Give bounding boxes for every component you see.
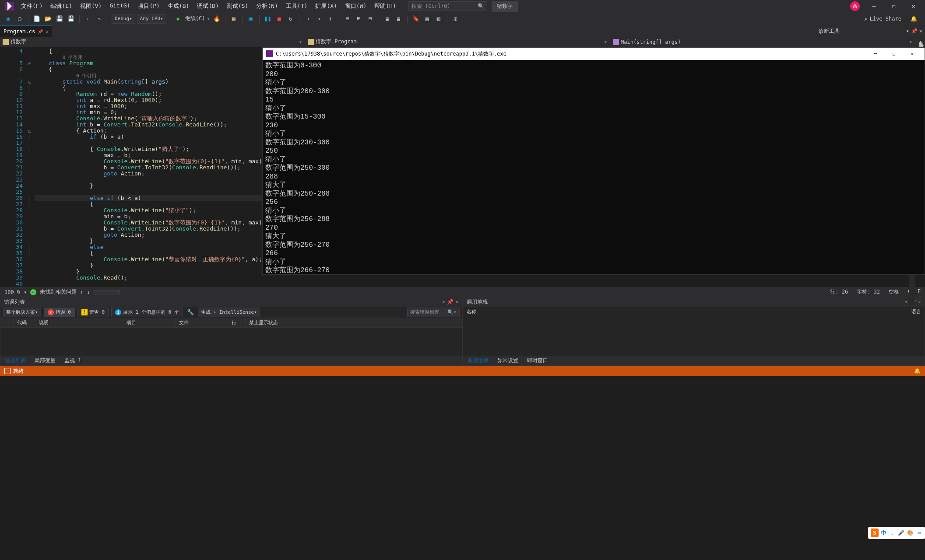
menu-view[interactable]: 视图(V) bbox=[77, 0, 105, 12]
tab-locals[interactable]: 局部变量 bbox=[30, 356, 60, 366]
menu-git[interactable]: Git(G) bbox=[106, 0, 134, 12]
col-suppress[interactable]: 禁止显示状态 bbox=[246, 318, 462, 327]
col-name[interactable]: 名称 bbox=[467, 307, 895, 316]
nav-back-icon[interactable]: ◉ bbox=[4, 14, 13, 24]
nav-method-combo[interactable]: Main(string[] args) ▾ bbox=[610, 37, 915, 47]
issue-scrollbar[interactable] bbox=[94, 290, 120, 294]
menu-help[interactable]: 帮助(H) bbox=[371, 0, 399, 12]
error-search-input[interactable]: 搜索错误列表🔍▾ bbox=[407, 308, 460, 317]
error-source-dropdown[interactable]: 生成 + IntelliSense ▾ bbox=[198, 308, 260, 317]
tool-icon-8[interactable]: ▥ bbox=[434, 14, 443, 24]
platform-dropdown[interactable]: Any CPU ▾ bbox=[137, 14, 166, 24]
menu-edit[interactable]: 编辑(E) bbox=[47, 0, 75, 12]
col-desc[interactable]: 说明 bbox=[35, 318, 123, 327]
panel-pin-icon[interactable]: 📌 bbox=[911, 28, 918, 34]
next-issue-icon[interactable]: ↓ bbox=[87, 289, 90, 295]
ime-skin-icon[interactable]: 🎨 bbox=[907, 529, 914, 536]
maximize-button[interactable]: ☐ bbox=[884, 0, 904, 12]
tool-icon-1[interactable]: ≡ bbox=[343, 14, 352, 24]
ime-lang-label[interactable]: 中 bbox=[881, 529, 886, 537]
tab-exceptions[interactable]: 异常设置 bbox=[493, 356, 523, 366]
panel-close-icon[interactable]: ✕ bbox=[918, 299, 921, 305]
prev-issue-icon[interactable]: ↑ bbox=[80, 289, 83, 295]
panel-close-icon[interactable]: ✕ bbox=[919, 28, 922, 34]
tab-watch[interactable]: 监视 1 bbox=[60, 356, 85, 366]
col-line[interactable]: 行 bbox=[228, 318, 246, 327]
col-code[interactable]: 代码 bbox=[14, 318, 35, 327]
tab-close-icon[interactable]: ✕ bbox=[46, 29, 49, 35]
indent-mode[interactable]: 空格 bbox=[889, 288, 899, 296]
menu-project[interactable]: 项目(P) bbox=[134, 0, 163, 12]
save-icon[interactable]: 💾 bbox=[55, 14, 64, 24]
menu-build[interactable]: 生成(B) bbox=[164, 0, 193, 12]
console-minimize-button[interactable]: ─ bbox=[867, 48, 884, 60]
nav-fwd-icon[interactable]: ◯ bbox=[15, 14, 25, 24]
hot-reload-icon[interactable]: 🔥 bbox=[212, 14, 222, 24]
notifications-icon[interactable]: 🔔 bbox=[914, 368, 921, 374]
panel-dropdown-icon[interactable]: ▾ bbox=[906, 28, 909, 34]
callstack-header[interactable]: 调用堆栈 ▾📌✕ bbox=[463, 297, 925, 307]
tool-icon-3[interactable]: ⊟ bbox=[366, 14, 375, 24]
tab-error-list[interactable]: 错误列表 bbox=[0, 356, 30, 366]
quick-search-input[interactable]: 搜索 (Ctrl+Q) 🔍 bbox=[408, 1, 487, 11]
zoom-level[interactable]: 100 % bbox=[4, 289, 20, 295]
ime-voice-icon[interactable]: 🎤 bbox=[898, 529, 904, 536]
menu-window[interactable]: 窗口(W) bbox=[341, 0, 370, 12]
menu-debug[interactable]: 调试(D) bbox=[193, 0, 222, 12]
redo-icon[interactable]: ↷ bbox=[95, 14, 104, 24]
fold-column[interactable]: ⊟⊟│⊟││││││ bbox=[26, 47, 33, 287]
tab-callstack[interactable]: 调用堆栈 bbox=[463, 356, 493, 366]
tool-icon-2[interactable]: ⊞ bbox=[354, 14, 364, 24]
console-output[interactable]: 数字范围为0-300 200 猜小了 数字范围为200-300 15 猜小了 数… bbox=[263, 60, 925, 274]
warnings-filter[interactable]: !警告 0 bbox=[77, 308, 109, 317]
step-out-icon[interactable]: ↑ bbox=[326, 14, 335, 24]
nav-class-combo[interactable]: 猜数字.Program ▾ bbox=[305, 37, 610, 47]
stop-icon[interactable]: ■ bbox=[274, 14, 284, 24]
undo-icon[interactable]: ↶ bbox=[83, 14, 93, 24]
minimize-button[interactable]: ─ bbox=[864, 0, 884, 12]
filter-icon[interactable]: 🔧 bbox=[186, 308, 195, 317]
nav-project-combo[interactable]: 猜数字 ▾ bbox=[0, 37, 305, 47]
continue-label[interactable]: 继续(C) bbox=[185, 15, 205, 22]
panel-pin-icon[interactable]: 📌 bbox=[447, 299, 454, 305]
pause-icon[interactable]: ❚❚ bbox=[263, 14, 273, 24]
console-maximize-button[interactable]: ☐ bbox=[885, 48, 903, 60]
menu-test[interactable]: 测试(S) bbox=[223, 0, 252, 12]
ime-punct-icon[interactable]: ， bbox=[889, 529, 895, 536]
step-over-icon[interactable]: ↷ bbox=[314, 14, 324, 24]
tool-icon-9[interactable]: ◫ bbox=[451, 14, 461, 24]
new-project-icon[interactable]: 📄 bbox=[32, 14, 42, 24]
doc-tab-program[interactable]: Program.cs 📌 ✕ bbox=[0, 25, 52, 37]
diagnostics-panel-header[interactable]: 诊断工具 ▾ 📌 ✕ bbox=[816, 26, 925, 36]
continue-button[interactable]: ▶ bbox=[174, 14, 183, 24]
col-lang[interactable]: 语言 bbox=[895, 307, 921, 316]
save-all-icon[interactable]: 💾 bbox=[66, 14, 76, 24]
menu-extensions[interactable]: 扩展(X) bbox=[312, 0, 340, 12]
no-issues-label[interactable]: 未找到相关问题 bbox=[40, 288, 77, 296]
feedback-icon[interactable]: 🔔 bbox=[911, 16, 917, 22]
pin-icon[interactable]: 📌 bbox=[38, 29, 43, 34]
col-icon[interactable] bbox=[0, 318, 14, 327]
col-file[interactable]: 文件 bbox=[176, 318, 228, 327]
config-dropdown[interactable]: Debug ▾ bbox=[112, 14, 135, 24]
menu-file[interactable]: 文件(F) bbox=[18, 0, 46, 12]
close-button[interactable]: ✕ bbox=[904, 0, 923, 12]
error-list-header[interactable]: 错误列表 ▾📌✕ bbox=[0, 297, 462, 307]
console-close-button[interactable]: ✕ bbox=[904, 48, 921, 60]
snapshot-icon[interactable]: ▣ bbox=[246, 14, 256, 24]
ime-keyboard-icon[interactable]: ⌨ bbox=[916, 529, 922, 536]
live-share-button[interactable]: ↗ Live Share 🔔 bbox=[860, 15, 921, 23]
tool-icon-4[interactable]: ≣ bbox=[383, 14, 392, 24]
errors-filter[interactable]: ✕错误 0 bbox=[44, 308, 75, 317]
tab-immediate[interactable]: 即时窗口 bbox=[523, 356, 552, 366]
panel-close-icon[interactable]: ✕ bbox=[455, 299, 458, 305]
tool-icon-5[interactable]: ≣ bbox=[394, 14, 404, 24]
restart-icon[interactable]: ↻ bbox=[286, 14, 295, 24]
user-avatar[interactable]: 高 bbox=[850, 1, 860, 11]
panel-drop-icon[interactable]: ▾ bbox=[442, 299, 445, 305]
panel-drop-icon[interactable]: ▾ bbox=[905, 299, 908, 305]
step-into-icon[interactable]: → bbox=[303, 14, 313, 24]
browser-icon[interactable]: ▦ bbox=[229, 14, 239, 24]
ime-toolbar[interactable]: S 中 ， 🎤 🎨 ⌨ bbox=[868, 527, 925, 539]
menu-tools[interactable]: 工具(T) bbox=[282, 0, 311, 12]
